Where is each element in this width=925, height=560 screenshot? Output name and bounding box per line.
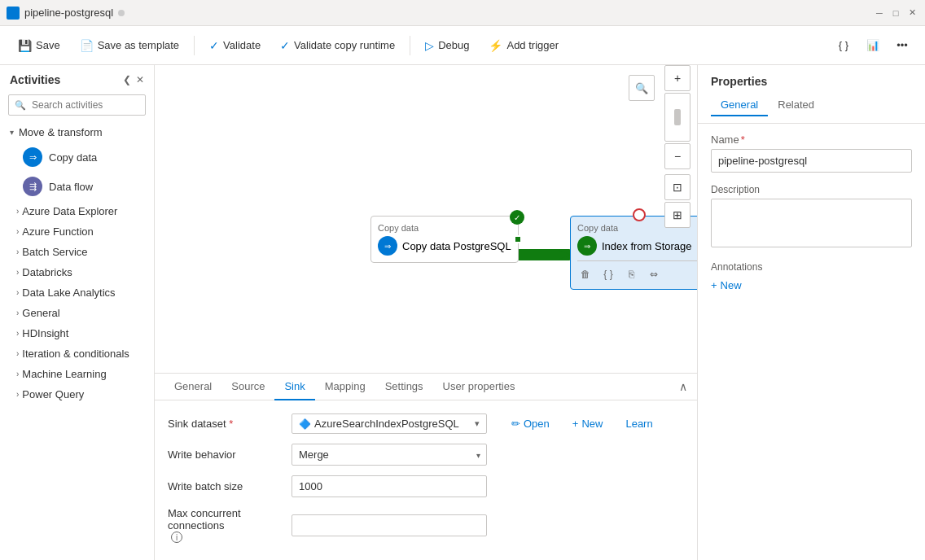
toolbar: 💾 Save 📄 Save as template ✓ Validate ✓ V… [0, 26, 925, 65]
canvas-search-button[interactable]: 🔍 [629, 75, 655, 101]
write-batch-size-row: Write batch size [168, 475, 684, 497]
name-field-input[interactable] [711, 149, 912, 173]
add-trigger-button[interactable]: ⚡ Add trigger [480, 35, 567, 56]
tab-user-properties[interactable]: User properties [433, 374, 525, 400]
description-field-textarea[interactable] [711, 199, 912, 247]
tab-settings[interactable]: Settings [375, 374, 433, 400]
write-batch-size-input[interactable] [292, 475, 487, 497]
monitor-button[interactable]: 📊 [860, 33, 886, 59]
copy-data-item[interactable]: ⇒ Copy data ℹ ⋮⋮ [0, 142, 154, 172]
code-node-icon[interactable]: { } [600, 266, 616, 282]
bottom-panel: General Source Sink Mapping Settings Use… [155, 373, 697, 560]
link-node-icon[interactable]: ⇔ [646, 266, 662, 282]
properties-content: Name * Description Annotations + New [698, 124, 925, 560]
tab-sink[interactable]: Sink [274, 374, 314, 400]
plus-icon: + [572, 418, 579, 430]
grid-button[interactable]: ⊞ [664, 202, 690, 228]
search-input[interactable] [8, 94, 146, 116]
power-query-link[interactable]: › Power Query [0, 384, 154, 405]
tab-properties-general[interactable]: General [711, 94, 768, 116]
machine-learning-link[interactable]: › Machine Learning [0, 364, 154, 384]
write-behavior-select[interactable]: Merge Upload [292, 444, 487, 466]
info-icon-2[interactable]: ℹ [116, 180, 129, 193]
zoom-in-button[interactable]: + [664, 65, 690, 91]
toolbar-separator-1 [194, 36, 195, 55]
validate-copy-icon: ✓ [280, 39, 290, 52]
tab-source[interactable]: Source [221, 374, 274, 400]
move-transform-group[interactable]: ▾ Move & transform [0, 122, 154, 142]
data-lake-analytics-link[interactable]: › Data Lake Analytics [0, 282, 154, 303]
fit-view-button[interactable]: ⊡ [664, 174, 690, 200]
main-layout: Activities ❮ ✕ 🔍 ▾ Move & transform ⇒ Co… [0, 65, 925, 560]
debug-icon: ▷ [425, 39, 434, 52]
collapse-panel-button[interactable]: ∧ [679, 380, 687, 393]
node1-icon: ⇒ [378, 236, 397, 256]
dataset-icon: 🔷 [299, 418, 311, 430]
plus-annotation-icon: + [711, 279, 717, 291]
open-dataset-button[interactable]: ✏ Open [503, 413, 558, 434]
zoom-slider[interactable] [664, 93, 690, 142]
validate-copy-runtime-button[interactable]: ✓ Validate copy runtime [272, 35, 403, 56]
panel-icons: ❮ ✕ [123, 74, 144, 85]
minimize-button[interactable]: ─ [873, 7, 886, 20]
learn-button[interactable]: Learn [617, 413, 660, 434]
tab-mapping[interactable]: Mapping [315, 374, 375, 400]
hdinsight-link[interactable]: › HDInsight [0, 323, 154, 343]
write-behavior-control: Merge Upload ▾ [292, 444, 487, 466]
collapse-icon[interactable]: ❮ [123, 74, 131, 85]
write-batch-size-control [292, 475, 487, 497]
chevron-right-icon-4: › [16, 268, 19, 277]
description-field-label: Description [711, 184, 912, 195]
info-icon[interactable]: ℹ [116, 151, 129, 164]
edit-icon: ✏ [511, 418, 520, 430]
iteration-conditionals-link[interactable]: › Iteration & conditionals [0, 343, 154, 364]
node2-top-port [633, 208, 646, 221]
maximize-button[interactable]: □ [889, 7, 902, 20]
chevron-right-icon-6: › [16, 308, 19, 317]
save-icon: 💾 [18, 39, 32, 52]
sink-dataset-value[interactable]: 🔷 AzureSearchIndexPostgreSQL ▾ [292, 413, 487, 434]
data-flow-item[interactable]: ⇶ Data flow ℹ ⋮⋮ [0, 172, 154, 201]
azure-data-explorer-link[interactable]: › Azure Data Explorer [0, 201, 154, 221]
zoom-out-button[interactable]: − [664, 143, 690, 169]
delete-node-icon[interactable]: 🗑 [577, 266, 594, 282]
tab-properties-related[interactable]: Related [768, 94, 824, 116]
close-button[interactable]: ✕ [905, 7, 918, 20]
validate-button[interactable]: ✓ Validate [201, 35, 269, 56]
add-annotation-button[interactable]: + New [711, 279, 912, 291]
databricks-link[interactable]: › Databricks [0, 262, 154, 282]
drag-icon[interactable]: ⋮⋮ [131, 151, 144, 164]
node2-icon: ⇒ [577, 236, 597, 256]
debug-button[interactable]: ▷ Debug [417, 35, 477, 56]
batch-service-link[interactable]: › Batch Service [0, 242, 154, 262]
canvas-controls: + − ⊡ ⊞ [664, 65, 690, 228]
node-copy-data-postgresql[interactable]: ✓ Copy data ⇒ Copy data PostgreSQL [370, 216, 519, 263]
max-concurrent-input[interactable] [292, 514, 487, 536]
nav-section: ▾ Move & transform ⇒ Copy data ℹ ⋮⋮ ⇶ Da… [0, 122, 154, 560]
pipeline-canvas[interactable]: 🔍 ✓ Copy data ⇒ Copy data PostgreSQL [155, 65, 697, 373]
toolbar-right: { } 📊 ••• [831, 33, 915, 59]
properties-title: Properties [711, 75, 912, 88]
save-button[interactable]: 💾 Save [10, 35, 68, 56]
sink-dataset-control: 🔷 AzureSearchIndexPostgreSQL ▾ [292, 413, 487, 434]
properties-header: Properties General Related [698, 65, 925, 124]
dataset-dropdown-icon: ▾ [475, 418, 480, 429]
close-panel-icon[interactable]: ✕ [136, 74, 144, 85]
chevron-right-icon-5: › [16, 288, 19, 297]
code-view-button[interactable]: { } [831, 33, 857, 59]
copy-node-icon[interactable]: ⎘ [623, 266, 639, 282]
node-success-status: ✓ [510, 210, 524, 225]
general-link[interactable]: › General [0, 303, 154, 323]
node1-right-port[interactable] [514, 235, 522, 243]
more-button[interactable]: ••• [889, 33, 915, 59]
svg-rect-1 [514, 249, 571, 260]
write-behavior-select-wrapper: Merge Upload ▾ [292, 444, 487, 466]
save-as-template-button[interactable]: 📄 Save as template [72, 35, 187, 56]
azure-function-link[interactable]: › Azure Function [0, 221, 154, 242]
chevron-right-icon-9: › [16, 370, 19, 378]
new-dataset-button[interactable]: + New [564, 413, 612, 434]
drag-icon-2[interactable]: ⋮⋮ [131, 180, 144, 193]
copy-data-icon: ⇒ [23, 147, 42, 167]
tab-general[interactable]: General [164, 374, 221, 400]
info-icon-concurrent[interactable]: i [171, 532, 182, 543]
